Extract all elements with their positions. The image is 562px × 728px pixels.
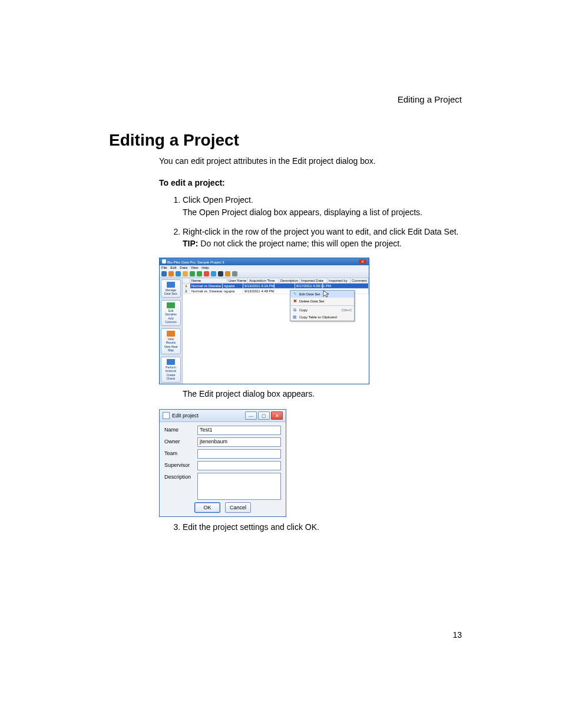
list-icon [167, 282, 175, 288]
sidebar: Manage Data Sets Edit Samples Add Column… [160, 278, 183, 384]
ctx-delete-data-set[interactable]: ✖ Delete Data Set [290, 298, 354, 305]
sidebar-item-manage-data[interactable]: Manage Data Sets [161, 279, 181, 298]
label-owner: Owner [164, 437, 194, 444]
team-field[interactable] [197, 449, 281, 459]
minimize-icon[interactable]: — [245, 411, 257, 420]
table-edit-icon [167, 302, 175, 308]
step-1: Click Open Project. The Open Project dia… [183, 195, 462, 218]
label-team: Team [164, 449, 194, 456]
ctx-copy-table[interactable]: ▦ Copy Table to Clipboard [290, 314, 354, 321]
col-imported-by[interactable]: Imported by [328, 278, 351, 283]
ctx-edit-data-set[interactable]: ✎ Edit Data Set [290, 291, 354, 298]
step-2: Right-click in the row of the project yo… [183, 226, 462, 250]
table-icon: ▦ [293, 315, 297, 319]
ctx-shortcut: Ctrl+C [342, 308, 352, 312]
page-number: 13 [452, 630, 462, 640]
label-description: Description [164, 473, 194, 480]
copy-icon: ⧉ [293, 308, 297, 312]
redo-icon[interactable] [197, 271, 202, 276]
menu-help[interactable]: Help [201, 266, 209, 269]
save-icon[interactable] [176, 271, 181, 276]
close-icon[interactable]: ✕ [359, 259, 366, 264]
cancel-button[interactable]: Cancel [225, 502, 251, 513]
separator [290, 305, 354, 306]
ctx-label: Copy Table to Clipboard [299, 315, 337, 319]
ok-button[interactable]: OK [194, 502, 220, 513]
step-1-sub: The Open Project dialog box appears, dis… [183, 207, 462, 218]
col-name[interactable]: Name [190, 278, 227, 283]
cell-rest [323, 284, 369, 288]
name-field[interactable]: Test1 [197, 426, 281, 435]
ctx-label: Edit Data Set [299, 292, 320, 296]
dialog-icon [163, 412, 170, 419]
close-icon[interactable]: ✕ [271, 411, 283, 420]
open-icon[interactable] [168, 271, 174, 276]
label-name: Name [164, 426, 194, 433]
edit-icon: ✎ [293, 292, 297, 297]
heatmap-icon [167, 331, 175, 337]
sidebar-item-label: Perform Analysis [163, 365, 179, 373]
toolbar [160, 270, 369, 278]
cell-acq: 9/13/2011 4:16 PM [243, 284, 275, 288]
context-menu[interactable]: ✎ Edit Data Set ✖ Delete Data Set ⧉ Copy… [290, 290, 355, 321]
col-acq-time[interactable]: Acquisition Time [248, 278, 279, 283]
menu-view[interactable]: View [191, 266, 199, 269]
owner-field[interactable]: jtenenbaum [197, 437, 281, 447]
ctx-label: Copy [299, 308, 308, 312]
gear-icon[interactable] [232, 271, 237, 276]
sidebar-item-edit-samples[interactable]: Edit Samples Add Columns [161, 300, 181, 326]
sidebar-item-label: View Results [163, 337, 179, 344]
cell-user: ngupta [223, 289, 243, 294]
supervisor-field[interactable] [197, 461, 281, 470]
step-3-text: Edit the project settings and click OK. [183, 522, 319, 532]
grid-icon[interactable] [204, 271, 209, 276]
cell-desc [275, 284, 295, 288]
sidebar-item-sublabel: Add Columns [163, 317, 179, 324]
sidebar-item-label: Edit Samples [163, 309, 179, 316]
step-2-tip: TIP: Do not click the project name; this… [183, 238, 462, 249]
document-icon[interactable] [183, 271, 188, 276]
menu-bar[interactable]: File Edit Data View Help [160, 265, 369, 270]
undo-icon[interactable] [190, 271, 195, 276]
sidebar-item-label: Manage Data Sets [163, 288, 179, 295]
app-titlebar[interactable]: Bio-Plex Data Pro: Sample Project 3 ✕ [160, 258, 369, 265]
ctx-copy[interactable]: ⧉ Copy Ctrl+C [290, 307, 354, 314]
pause-icon[interactable] [218, 271, 223, 276]
app-icon [162, 259, 166, 263]
home-icon[interactable] [161, 271, 167, 276]
label-supervisor: Supervisor [164, 461, 194, 468]
row-index: 2 [183, 289, 190, 294]
table-row[interactable]: 1 Normal vs Disease serum 3 ngupta 9/13/… [183, 284, 369, 289]
col-description[interactable]: Description [279, 278, 300, 283]
cell-acq: 9/13/2011 4:48 PM [243, 289, 275, 294]
description-field[interactable] [197, 473, 281, 500]
cell-name: Normal vs. Disease plasma 1 [190, 289, 223, 294]
sidebar-item-sublabel: Create Charts [163, 373, 179, 380]
running-header: Editing a Project [109, 94, 462, 104]
filter-icon[interactable] [211, 271, 216, 276]
procedure-label: To edit a project: [159, 177, 462, 189]
menu-data[interactable]: Data [180, 266, 187, 269]
ctx-label: Delete Data Set [299, 299, 324, 303]
step-1-text: Click Open Project. [183, 195, 253, 205]
dialog-titlebar[interactable]: Edit project — ▢ ✕ [160, 410, 286, 422]
col-imported-date[interactable]: Imported Date [300, 278, 328, 283]
row-index: 1 [183, 284, 190, 288]
tip-label: TIP: [183, 239, 198, 248]
app-title: Bio-Plex Data Pro: Sample Project 3 [167, 261, 224, 264]
tip-text: Do not click the project name; this will… [198, 239, 402, 248]
col-comment[interactable]: Comment [351, 278, 369, 283]
menu-edit[interactable]: Edit [170, 266, 176, 269]
globe-icon[interactable] [225, 271, 230, 276]
menu-file[interactable]: File [161, 266, 167, 269]
step-3: Edit the project settings and click OK. [183, 522, 462, 533]
sidebar-item-sublabel: View Heat Map [163, 345, 179, 352]
figure-app-window: Bio-Plex Data Pro: Sample Project 3 ✕ Fi… [159, 258, 462, 384]
sidebar-item-analysis[interactable]: Perform Analysis Create Charts [161, 357, 181, 383]
cell-user: ngupta [223, 284, 243, 288]
step-2-text: Right-click in the row of the project yo… [183, 227, 458, 236]
maximize-icon[interactable]: ▢ [258, 411, 270, 420]
col-username[interactable]: User Name [227, 278, 248, 283]
intro-text: You can edit project attributes in the E… [159, 156, 462, 167]
sidebar-item-view-results[interactable]: View Results View Heat Map [161, 328, 181, 354]
